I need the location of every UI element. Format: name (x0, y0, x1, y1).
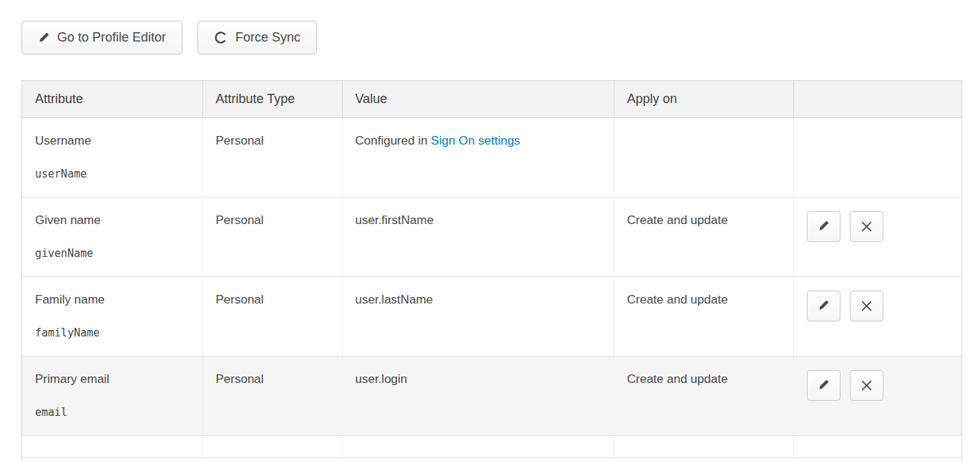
value-text: user.login (356, 372, 408, 386)
attribute-label: Family name (35, 293, 190, 307)
table-row-given-name: Given name givenName Personal user.first… (22, 197, 962, 276)
attribute-variable: userName (35, 168, 190, 180)
close-icon (861, 380, 872, 391)
apply-on-value: Create and update (627, 213, 728, 227)
remove-mapping-button[interactable] (850, 370, 883, 401)
edit-mapping-button[interactable] (807, 370, 841, 401)
apply-on-value: Create and update (627, 372, 728, 386)
table-header-row: Attribute Attribute Type Value Apply on (22, 81, 962, 117)
header-actions (793, 81, 962, 117)
pencil-icon (818, 300, 829, 311)
table-row-partial (22, 457, 962, 461)
edit-mapping-button[interactable] (807, 211, 841, 242)
remove-mapping-button[interactable] (850, 291, 883, 321)
attribute-type-value: Personal (216, 372, 264, 386)
attribute-variable: familyName (35, 326, 190, 339)
attribute-variable: email (35, 406, 190, 419)
header-value: Value (342, 81, 614, 117)
table-row-primary-email: Primary email email Personal user.login … (22, 356, 962, 435)
go-to-profile-editor-label: Go to Profile Editor (57, 30, 166, 45)
header-attribute: Attribute (22, 81, 202, 117)
header-attribute-type: Attribute Type (202, 81, 342, 117)
toolbar: Go to Profile Editor Force Sync (21, 21, 980, 54)
close-icon (861, 301, 872, 311)
table-row-username: Username userName Personal Configured in… (22, 117, 962, 197)
value-text: user.firstName (356, 213, 434, 227)
header-apply-on: Apply on (614, 81, 793, 117)
value-text: user.lastName (356, 293, 433, 306)
attribute-type-value: Personal (216, 293, 264, 306)
attribute-label: Primary email (35, 372, 190, 387)
attribute-label: Given name (35, 213, 190, 228)
apply-on-value: Create and update (627, 293, 728, 306)
go-to-profile-editor-button[interactable]: Go to Profile Editor (21, 21, 182, 54)
remove-mapping-button[interactable] (850, 211, 883, 242)
refresh-icon (214, 31, 227, 44)
pencil-icon (38, 32, 49, 44)
attribute-type-value: Personal (216, 134, 264, 147)
attribute-variable: givenName (35, 247, 190, 260)
force-sync-label: Force Sync (235, 30, 300, 45)
pencil-icon (818, 220, 829, 232)
force-sync-button[interactable]: Force Sync (197, 21, 317, 54)
table-row-family-name: Family name familyName Personal user.las… (22, 276, 962, 356)
edit-mapping-button[interactable] (807, 291, 841, 321)
attribute-label: Username (35, 134, 190, 148)
value-text: Configured in (356, 134, 428, 147)
close-icon (861, 221, 872, 232)
attribute-type-value: Personal (216, 213, 264, 227)
attribute-mappings-table: Attribute Attribute Type Value Apply on … (21, 80, 962, 461)
pencil-icon (818, 379, 829, 391)
attribute-mappings-page: Go to Profile Editor Force Sync Attribut… (0, 0, 980, 461)
sign-on-settings-link[interactable]: Sign On settings (431, 134, 520, 147)
table-row-partial (22, 435, 962, 457)
